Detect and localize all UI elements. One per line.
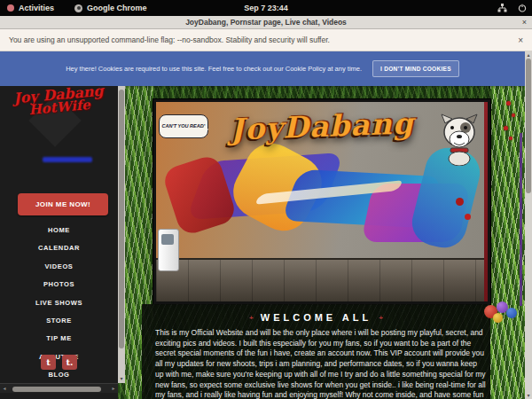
infobar-message: You are using an unsupported command-lin… bbox=[9, 35, 330, 44]
main-content: + WELCOME ALL + This is my Official Webs… bbox=[142, 304, 490, 399]
accept-cookies-button[interactable]: I DON'T MIND COOKIES bbox=[372, 60, 459, 77]
scrollbar-thumb[interactable] bbox=[526, 59, 531, 193]
welcome-paragraph: This is my Official Website and will be … bbox=[155, 328, 487, 399]
sidebar-hscroll-right-arrow-icon[interactable]: ▸ bbox=[109, 384, 118, 394]
welcome-heading-row: + WELCOME ALL + bbox=[142, 312, 490, 323]
power-icon[interactable] bbox=[518, 4, 527, 12]
decor-berry bbox=[512, 113, 515, 117]
screen: Activities Google Chrome Sep 7 23:44 Joy… bbox=[0, 0, 532, 399]
twitter-icon[interactable]: t bbox=[41, 355, 56, 370]
welcome-heading: WELCOME ALL bbox=[261, 312, 372, 323]
page-scrollbar[interactable]: ▴ ▾ bbox=[525, 51, 532, 399]
sidebar-horizontal-scrollbar[interactable]: ◂ ▸ bbox=[0, 383, 118, 393]
browser-viewport: Hey there! Cookies are required to use t… bbox=[0, 51, 532, 399]
decor-berry bbox=[504, 126, 508, 130]
cookie-banner: Hey there! Cookies are required to use t… bbox=[0, 51, 525, 86]
decor-berry bbox=[506, 101, 511, 106]
graffiti-ball bbox=[456, 198, 464, 206]
window-titlebar[interactable]: JoyDabang, Pornstar page, Live chat, Vid… bbox=[0, 16, 532, 29]
window-title: JoyDabang, Pornstar page, Live chat, Vid… bbox=[185, 18, 347, 27]
site-logo[interactable]: Joy Dabang HotWife bbox=[0, 82, 119, 119]
infobar-close-button[interactable]: × bbox=[518, 35, 523, 45]
decor-ornament-yellow bbox=[493, 313, 503, 323]
sidebar-vscroll-down-arrow-icon[interactable]: ▾ bbox=[118, 375, 125, 383]
heading-bullet-icon: + bbox=[249, 314, 254, 322]
heading-bullet-icon: + bbox=[379, 314, 383, 322]
sidebar-item-store[interactable]: STORE bbox=[0, 312, 118, 330]
decor-berry bbox=[509, 137, 512, 140]
decor-ornament-blue bbox=[506, 308, 517, 318]
graffiti-ball bbox=[465, 214, 471, 220]
sidebar-hscroll-left-arrow-icon[interactable]: ◂ bbox=[0, 384, 9, 394]
banner-red-edge bbox=[484, 102, 488, 301]
tumblr-icon[interactable]: t. bbox=[62, 355, 77, 370]
logo-link-blurred[interactable] bbox=[43, 157, 92, 162]
sidebar-item-home[interactable]: HOME bbox=[0, 222, 118, 239]
scrollbar-down-arrow-icon[interactable]: ▾ bbox=[525, 392, 532, 399]
social-links: t t. bbox=[0, 355, 118, 370]
cookie-message: Hey there! Cookies are required to use t… bbox=[66, 65, 362, 73]
chrome-infobar: You are using an unsupported command-lin… bbox=[0, 29, 532, 51]
decor-purple-stripe bbox=[520, 133, 522, 306]
header-banner-image: CAN'T YOU READ! JoyDabang bbox=[153, 99, 490, 304]
system-top-bar: Activities Google Chrome Sep 7 23:44 bbox=[0, 0, 532, 16]
banner-stage-floor bbox=[156, 258, 488, 301]
truck-corner bbox=[158, 229, 179, 271]
scrollbar-up-arrow-icon[interactable]: ▴ bbox=[525, 51, 532, 59]
sidebar-item-tip-me[interactable]: TIP ME bbox=[0, 330, 118, 348]
sidebar-item-photos[interactable]: PHOTOS bbox=[0, 276, 118, 293]
join-me-now-button[interactable]: JOIN ME NOW! bbox=[18, 193, 108, 215]
bulldog-graffiti-icon bbox=[440, 113, 479, 169]
sidebar: Joy Dabang HotWife JOIN ME NOW! HOME CAL… bbox=[0, 86, 118, 399]
sidebar-item-calendar[interactable]: CALENDAR bbox=[0, 239, 118, 257]
sidebar-item-videos[interactable]: VIDEOS bbox=[0, 258, 118, 276]
clock[interactable]: Sep 7 23:44 bbox=[0, 4, 532, 12]
sidebar-item-live-shows[interactable]: LIVE SHOWS bbox=[0, 294, 118, 312]
sidebar-vscroll-thumb[interactable] bbox=[119, 90, 124, 348]
sidebar-hscroll-thumb[interactable] bbox=[12, 387, 101, 392]
network-tree-icon[interactable] bbox=[497, 4, 507, 12]
sidebar-vertical-scrollbar[interactable]: ▾ bbox=[118, 86, 125, 383]
window-close-button[interactable]: × bbox=[522, 16, 527, 29]
